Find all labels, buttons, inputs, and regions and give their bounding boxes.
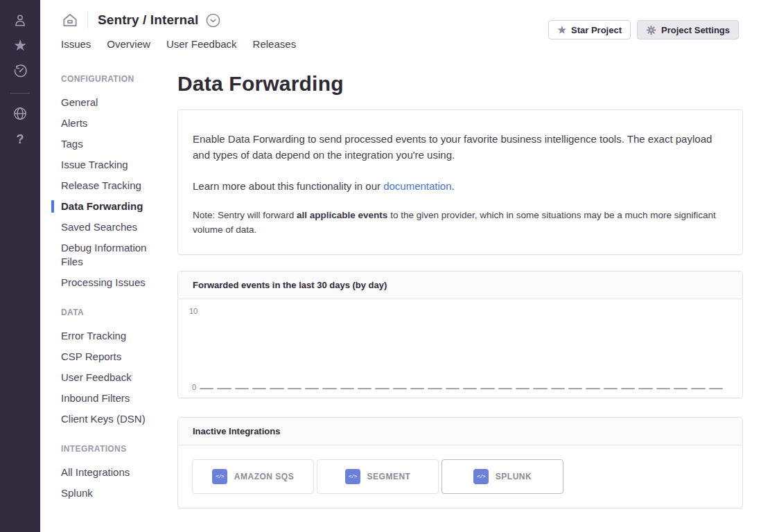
chart-bar: [340, 388, 354, 389]
code-icon: </>: [345, 469, 360, 484]
project-tab-releases[interactable]: Releases: [253, 38, 297, 50]
chart-bar: [252, 388, 266, 389]
project-nav: IssuesOverviewUser FeedbackReleases: [61, 38, 739, 50]
project-title: Sentry / Internal: [98, 12, 198, 28]
chart-bar: [217, 388, 231, 389]
sidebar-section-configuration: CONFIGURATION: [61, 74, 158, 84]
sidebar-item-user-feedback[interactable]: User Feedback: [61, 371, 158, 384]
breadcrumb-divider: [87, 12, 88, 28]
integration-label: AMAZON SQS: [234, 472, 294, 481]
sidebar-item-csp-reports[interactable]: CSP Reports: [61, 350, 158, 364]
integration-cards: </>AMAZON SQS</>SEGMENT</>SPLUNK: [178, 445, 742, 508]
star-project-label: Star Project: [571, 25, 622, 35]
sidebar-item-client-keys-dsn[interactable]: Client Keys (DSN): [61, 412, 158, 426]
main-content: Data Forwarding Enable Data Forwarding t…: [177, 60, 761, 532]
integration-card-segment[interactable]: </>SEGMENT: [317, 459, 439, 494]
chart-bar: [516, 388, 530, 389]
settings-sidebar: CONFIGURATIONGeneralAlertsTagsIssue Trac…: [40, 60, 177, 532]
sidebar-item-saved-searches[interactable]: Saved Searches: [61, 220, 158, 234]
gear-icon: [646, 25, 656, 35]
integration-label: SEGMENT: [367, 472, 411, 481]
chart-bar: [709, 388, 723, 389]
settings-body: CONFIGURATIONGeneralAlertsTagsIssue Trac…: [40, 60, 761, 532]
chart-bar: [375, 388, 389, 389]
chart-bar: [322, 388, 336, 389]
sidebar-section-data: DATA: [61, 308, 158, 317]
user-icon[interactable]: [12, 12, 28, 28]
intro-paragraph: Enable Data Forwarding to send processed…: [193, 131, 728, 163]
project-switcher-chevron-icon[interactable]: [205, 12, 221, 28]
rail-divider: [10, 93, 30, 94]
sidebar-item-issue-tracking[interactable]: Issue Tracking: [61, 158, 158, 172]
home-icon[interactable]: [61, 11, 79, 29]
chart-bar: [586, 388, 600, 389]
sidebar-item-splunk[interactable]: Splunk: [61, 486, 158, 500]
sidebar-item-error-tracking[interactable]: Error Tracking: [61, 329, 158, 343]
help-icon[interactable]: ?: [12, 131, 28, 148]
starred-icon[interactable]: ★: [12, 37, 28, 54]
integration-card-amazon-sqs[interactable]: </>AMAZON SQS: [192, 459, 314, 494]
chart-bar: [428, 388, 441, 389]
project-tab-issues[interactable]: Issues: [61, 38, 91, 50]
code-icon: </>: [473, 469, 489, 484]
integration-card-splunk[interactable]: </>SPLUNK: [441, 459, 563, 494]
sidebar-item-tags[interactable]: Tags: [61, 137, 158, 151]
chart-bar: [305, 388, 319, 389]
primary-rail: ★ ?: [0, 0, 40, 532]
chart-bar: [551, 388, 565, 389]
chart-bar: [463, 388, 477, 389]
chart-bar: [674, 388, 688, 389]
y-axis-min-label: 0: [192, 383, 196, 391]
intro-panel: Enable Data Forwarding to send processed…: [177, 109, 743, 255]
note-paragraph: Note: Sentry will forward all applicable…: [193, 209, 728, 238]
forwarded-events-chart-panel: Forwarded events in the last 30 days (by…: [177, 271, 743, 398]
chart-bar: [568, 388, 582, 389]
chart-bar: [446, 388, 460, 389]
project-tab-user-feedback[interactable]: User Feedback: [166, 38, 237, 50]
inactive-integrations-panel: Inactive Integrations </>AMAZON SQS</>SE…: [177, 417, 743, 508]
chart-bar: [358, 388, 371, 389]
project-header: Sentry / Internal IssuesOverviewUser Fee…: [40, 0, 761, 60]
star-icon: ★: [557, 25, 566, 35]
bar-chart: 10 0: [178, 299, 742, 398]
star-project-button[interactable]: ★ Star Project: [548, 20, 631, 39]
page: Sentry / Internal IssuesOverviewUser Fee…: [40, 0, 761, 532]
project-tab-overview[interactable]: Overview: [107, 38, 150, 50]
chart-bar: [498, 388, 512, 389]
chart-panel-title: Forwarded events in the last 30 days (by…: [178, 272, 742, 299]
sidebar-item-general[interactable]: General: [61, 96, 158, 109]
chart-bar: [410, 388, 424, 389]
header-actions: ★ Star Project: [548, 20, 739, 39]
chart-bar: [200, 388, 213, 389]
chart-bar: [604, 388, 618, 389]
app-root: ★ ?: [0, 0, 761, 532]
chart-bar: [621, 388, 635, 389]
sidebar-item-release-tracking[interactable]: Release Tracking: [61, 179, 158, 193]
sidebar-section-integrations: INTEGRATIONS: [61, 444, 158, 454]
chart-bar: [691, 388, 705, 389]
chart-bar: [638, 388, 652, 389]
globe-icon[interactable]: [12, 105, 28, 122]
chart-bar: [393, 388, 407, 389]
chart-bar: [270, 388, 283, 389]
chart-bar: [656, 388, 670, 389]
project-settings-button[interactable]: Project Settings: [637, 20, 739, 39]
sidebar-item-data-forwarding[interactable]: Data Forwarding: [61, 200, 158, 213]
sidebar-item-processing-issues[interactable]: Processing Issues: [61, 276, 158, 290]
history-icon[interactable]: [12, 63, 28, 80]
sidebar-item-alerts[interactable]: Alerts: [61, 116, 158, 130]
sidebar-item-all-integrations[interactable]: All Integrations: [61, 466, 158, 479]
docs-paragraph: Learn more about this functionality in o…: [193, 178, 728, 194]
sidebar-item-inbound-filters[interactable]: Inbound Filters: [61, 391, 158, 405]
chart-bar: [480, 388, 494, 389]
sidebar-item-debug-information-files[interactable]: Debug Information Files: [61, 241, 158, 269]
chart-bars: [200, 306, 723, 389]
documentation-link[interactable]: documentation: [383, 180, 451, 192]
integration-label: SPLUNK: [496, 472, 532, 481]
chart-bar: [288, 388, 301, 389]
chart-bar: [533, 388, 547, 389]
y-axis-max-label: 10: [189, 307, 198, 315]
page-title: Data Forwarding: [177, 72, 743, 96]
chart-bar: [235, 388, 249, 389]
project-settings-label: Project Settings: [661, 25, 730, 35]
